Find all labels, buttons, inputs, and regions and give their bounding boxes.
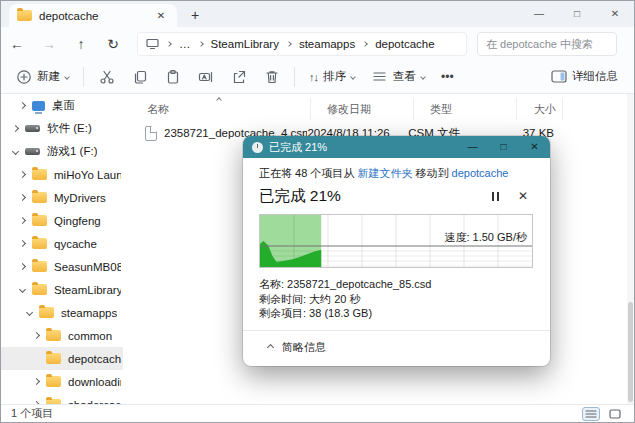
delete-icon [263,68,280,85]
copy-button[interactable] [123,63,156,91]
sidebar-tree-item[interactable]: miHoYo Launch [1,163,123,186]
fewer-details-button[interactable]: 简略信息 [259,331,550,366]
dialog-maximize-button[interactable]: □ [488,136,519,158]
folder-icon [46,376,61,387]
expand-chevron-icon[interactable] [19,194,26,201]
rename-button[interactable] [189,63,222,91]
new-button[interactable]: 新建 [7,63,77,91]
breadcrumb-depotcache[interactable]: depotcache [375,38,434,50]
large-icons-view-button[interactable] [606,407,624,421]
sidebar-tree-item[interactable]: MyDrivers [1,186,123,209]
details-view-button[interactable] [582,407,600,421]
view-icon [371,68,388,85]
up-button[interactable]: ↑ [65,36,97,52]
rename-icon [197,68,214,85]
breadcrumb-steamlibrary[interactable]: SteamLibrary [211,38,279,50]
expand-chevron-icon[interactable] [19,171,26,178]
status-bar: 1 个项目 [1,404,634,422]
expand-chevron-icon[interactable] [12,148,19,155]
delete-button[interactable] [255,63,288,91]
cancel-transfer-button[interactable]: ✕ [512,189,534,203]
new-tab-button[interactable]: + [185,6,205,26]
expand-chevron-icon[interactable] [33,332,40,339]
column-header-date-label: 修改日期 [327,102,371,117]
column-header-date[interactable]: 修改日期 [311,98,414,120]
more-options-button[interactable]: ••• [433,63,462,91]
folder-icon [32,215,47,226]
transfer-description: 正在将 48 个项目从 新建文件夹 移动到 depotcache [259,166,534,181]
sidebar-tree-item[interactable]: depotcache [1,347,123,370]
sidebar-tree: 桌面 软件 (E:) 游戏1 (F:) miHoYo Launch MyDriv… [1,94,123,406]
expand-chevron-icon[interactable] [12,125,19,132]
folder-icon [32,192,47,203]
drive-icon [25,148,40,155]
expand-chevron-icon[interactable] [33,378,40,385]
tab-close-icon[interactable]: ✕ [153,8,169,24]
pause-button[interactable] [484,187,506,205]
explorer-window: depotcache ✕ + — □ ✕ ← → ↑ ↻ … SteamLibr… [0,0,635,423]
new-icon [15,68,32,85]
folder-icon [32,169,47,180]
sidebar-tree-item[interactable]: 桌面 [1,94,123,117]
paste-button[interactable] [156,63,189,91]
forward-button[interactable]: → [33,36,65,52]
expand-chevron-icon[interactable] [19,263,26,270]
expand-chevron-icon[interactable] [19,217,26,224]
folder-icon [17,10,32,21]
expand-chevron-icon[interactable] [19,102,26,109]
tab-depotcache[interactable]: depotcache ✕ [9,4,177,27]
target-folder-link[interactable]: depotcache [452,167,509,179]
column-header-size[interactable]: 大小 [517,98,563,120]
chevron-up-icon [267,343,274,350]
breadcrumb[interactable]: … SteamLibrary steamapps depotcache [137,32,467,56]
breadcrumb-separator-icon [286,41,292,47]
column-header-size-label: 大小 [534,102,556,117]
sidebar-tree-item[interactable]: 游戏1 (F:) [1,140,123,163]
expand-chevron-icon[interactable] [19,240,26,247]
sort-button[interactable]: ↑↓ 排序 [301,63,363,91]
breadcrumb-ellipsis[interactable]: … [179,38,191,50]
sidebar-tree-item[interactable]: SeasunMB0803 [1,255,123,278]
dialog-title-bar[interactable]: 已完成 21% — □ ✕ [243,136,550,158]
column-header-type[interactable]: 类型 [414,98,517,120]
sidebar-item-label: qycache [54,238,97,250]
sidebar-tree-item[interactable]: 软件 (E:) [1,117,123,140]
sidebar-item-label: MyDrivers [54,192,106,204]
sidebar-tree-item[interactable]: qycache [1,232,123,255]
breadcrumb-steamapps[interactable]: steamapps [299,38,355,50]
sidebar-tree-item[interactable]: steamapps [1,301,123,324]
refresh-button[interactable]: ↻ [97,36,129,52]
sidebar-tree-item[interactable]: Qingfeng [1,209,123,232]
copy-icon [131,68,148,85]
dialog-close-button[interactable]: ✕ [519,136,550,158]
expand-chevron-icon[interactable] [19,286,26,293]
sidebar-item-label: steamapps [61,307,117,319]
cut-button[interactable] [90,63,123,91]
breadcrumb-separator-icon [362,41,368,47]
dialog-title: 已完成 21% [269,140,451,155]
source-folder-link[interactable]: 新建文件夹 [357,167,412,179]
back-button[interactable]: ← [1,36,33,52]
sidebar-tree-item[interactable]: SteamLibrary [1,278,123,301]
speed-label: 速度: 1.50 GB/秒 [444,230,527,245]
column-header-name[interactable]: 名称 [131,98,311,120]
dialog-minimize-button[interactable]: — [457,136,488,158]
sidebar-tree-item[interactable]: downloading [1,370,123,393]
view-button[interactable]: 查看 [363,63,433,91]
column-header-name-label: 名称 [147,102,169,117]
sidebar-item-label: 软件 (E:) [47,121,92,136]
window-maximize-button[interactable]: □ [558,1,596,27]
search-input[interactable] [486,38,608,50]
search-box[interactable] [477,32,617,56]
share-button[interactable] [222,63,255,91]
details-pane-icon [550,68,567,85]
window-minimize-button[interactable]: — [520,1,558,27]
expand-chevron-icon[interactable] [26,309,33,316]
sidebar-item-label: depotcache [68,353,121,365]
details-pane-button[interactable]: 详细信息 [542,63,626,91]
item-name-line: 名称: 2358721_depotcache_85.csd [259,277,534,292]
sidebar-item-label: Qingfeng [54,215,101,227]
fewer-details-label: 简略信息 [282,340,326,355]
sidebar-tree-item[interactable]: common [1,324,123,347]
window-close-button[interactable]: ✕ [596,1,634,27]
